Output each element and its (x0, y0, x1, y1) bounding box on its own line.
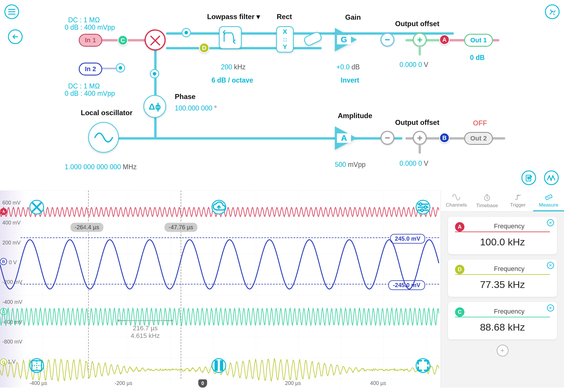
in2-dc-label: DC : 1 MΩ (68, 82, 100, 90)
lowpass-freq[interactable]: 200 (221, 63, 232, 71)
offset2-minus[interactable]: − (380, 131, 395, 145)
add-measurement-button[interactable]: + (497, 345, 508, 356)
rect-title: Rect (277, 13, 292, 21)
tabs: Channels Timebase Trigger Measure (441, 190, 564, 212)
scope-plot[interactable]: 600 mV 400 mV 200 mV 0 V -200 mV -400 mV… (0, 190, 439, 388)
gain-invert[interactable]: Invert (341, 76, 359, 84)
measurement-card[interactable]: ✕ AFrequency 100.0 kHz (448, 217, 557, 254)
lo-block[interactable] (88, 122, 119, 153)
lo-unit: MHz (123, 163, 137, 171)
amp-title: Amplitude (338, 112, 372, 120)
amp-val[interactable]: 500 (335, 161, 346, 168)
wire (419, 145, 421, 154)
channel-a-badge: A (439, 34, 450, 45)
tab-label: Trigger (510, 202, 526, 208)
channel-c-badge: C (118, 35, 128, 46)
offset2-plus[interactable]: + (413, 131, 427, 145)
tab-timebase[interactable]: Timebase (472, 190, 503, 211)
offset1-val[interactable]: 0.000 0 (400, 61, 422, 68)
measurement-card[interactable]: ✕ CFrequency 88.68 kHz (448, 302, 557, 339)
offset2-title: Output offset (395, 118, 439, 127)
phase-val[interactable]: 100.000 000 (175, 104, 212, 112)
grid-button[interactable] (29, 358, 44, 373)
lowpass-unit: kHz (234, 63, 246, 71)
probe-dot[interactable] (182, 28, 191, 37)
probe-dot[interactable] (150, 69, 159, 78)
svg-point-6 (424, 206, 427, 208)
offset1-title: Output offset (395, 20, 439, 28)
in2-db-label: 0 dB : 400 mVpp (65, 90, 115, 98)
menu-button[interactable] (4, 4, 19, 19)
side-panel: Channels Timebase Trigger Measure ✕ AFre… (441, 190, 564, 388)
mixer-block[interactable] (145, 29, 166, 51)
channel-badge: D (455, 265, 464, 274)
offset1-unit: V (424, 61, 428, 68)
signal-chain: DC : 1 MΩ 0 dB : 400 mVpp DC : 1 MΩ 0 dB… (65, 4, 560, 172)
fullscreen-button[interactable] (416, 358, 430, 373)
channel-d-badge: D (199, 43, 209, 53)
rect-y: Y (283, 43, 287, 51)
cloud-upload-button[interactable] (212, 200, 226, 215)
meas-value: 88.68 kHz (455, 321, 550, 333)
close-icon[interactable]: ✕ (547, 304, 554, 311)
delta-phi: Δϕ (149, 101, 161, 112)
rect-x: X (283, 28, 287, 36)
out2-state: OFF (473, 119, 487, 127)
wire (103, 137, 402, 140)
phase-block[interactable]: Δϕ (143, 95, 166, 118)
amp-letter: A (337, 133, 351, 143)
tab-channels[interactable]: Channels (441, 190, 472, 211)
meas-value: 77.35 kHz (455, 279, 550, 290)
offset-minus[interactable]: − (380, 33, 395, 47)
oscilloscope: 600 mV 400 mV 200 mV 0 V -200 mV -400 mV… (0, 190, 564, 388)
offset-plus[interactable]: + (413, 33, 427, 47)
lowpass-block[interactable] (219, 26, 242, 49)
gain-title: Gain (345, 13, 361, 21)
amp-unit: mVpp (348, 161, 365, 168)
input-2[interactable]: In 2 (79, 63, 102, 76)
channel-b-badge: B (439, 133, 450, 143)
svg-rect-9 (214, 360, 218, 371)
offset2-unit: V (424, 160, 428, 167)
lo-title: Local oscillator (81, 109, 132, 117)
lowpass-slope[interactable]: 6 dB / octave (212, 76, 253, 84)
meas-title: Frequency (469, 308, 550, 316)
tab-label: Channels (446, 202, 467, 208)
output-1[interactable]: Out 1 (464, 34, 493, 47)
tab-label: Measure (539, 202, 558, 208)
rect-block[interactable]: X ⬚ Y (276, 26, 294, 53)
close-icon[interactable]: ✕ (547, 219, 554, 226)
tab-trigger[interactable]: Trigger (503, 190, 533, 211)
meas-value: 100.0 kHz (455, 236, 550, 248)
wire (154, 48, 157, 140)
svg-point-7 (421, 209, 423, 211)
input-1[interactable]: In 1 (79, 34, 102, 47)
gain-val[interactable]: +0.0 (336, 63, 350, 71)
meas-title: Frequency (469, 222, 550, 231)
svg-point-5 (419, 203, 422, 205)
probe-dot[interactable] (116, 63, 125, 73)
lowpass-title[interactable]: Lowpass filter ▾ (207, 13, 260, 21)
gain-letter: G (337, 35, 351, 44)
back-button[interactable] (8, 29, 23, 44)
wave-button[interactable] (544, 170, 559, 185)
phase-unit: ° (214, 104, 217, 112)
output-2[interactable]: Out 2 (464, 132, 493, 145)
tab-measure[interactable]: Measure (533, 190, 564, 211)
lo-val[interactable]: 1.000 000 000 000 (65, 163, 121, 171)
tab-label: Timebase (476, 203, 498, 208)
amplitude-amp[interactable]: A (335, 126, 357, 150)
close-icon[interactable]: ✕ (547, 262, 554, 269)
svg-rect-10 (220, 360, 223, 371)
offset2-val[interactable]: 0.000 0 (400, 160, 422, 167)
wire (419, 47, 421, 56)
in1-db-label: 0 dB : 400 mVpp (65, 24, 115, 31)
close-plot-button[interactable] (29, 200, 44, 215)
gain-amp[interactable]: G (335, 28, 357, 51)
phase-title: Phase (175, 93, 196, 101)
measurement-card[interactable]: ✕ DFrequency 77.35 kHz (448, 259, 557, 297)
wire (166, 47, 322, 49)
settings-button[interactable] (416, 200, 430, 215)
notes-button[interactable] (521, 170, 536, 185)
pause-button[interactable] (212, 358, 226, 373)
